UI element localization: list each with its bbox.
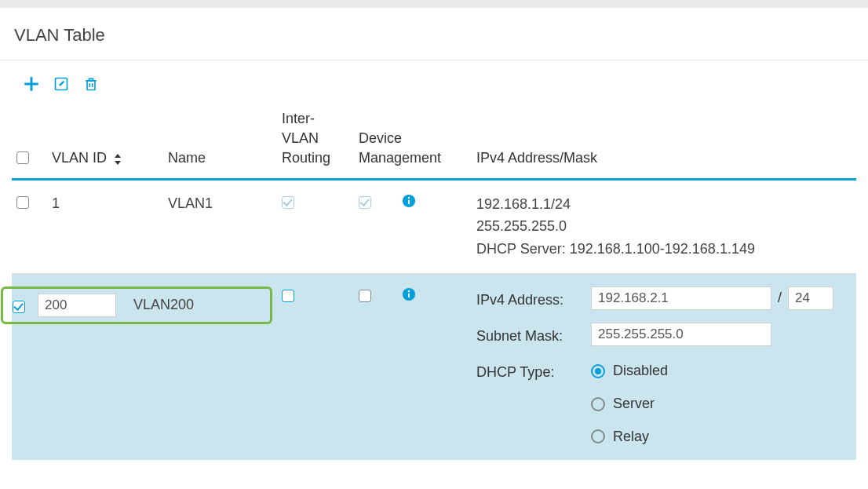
col-ipv4-label: IPv4 Address/Mask — [476, 150, 597, 166]
info-icon[interactable] — [402, 193, 416, 207]
svg-rect-9 — [408, 294, 410, 297]
inter-vlan-checkbox — [282, 196, 294, 209]
col-name-label: Name — [168, 150, 206, 166]
subnet-mask-label: Subnet Mask: — [476, 323, 586, 348]
subnet-mask-input[interactable] — [591, 323, 771, 346]
ipv4-address-input[interactable] — [591, 286, 771, 310]
svg-point-7 — [408, 196, 410, 198]
ipv4-mask-input[interactable] — [788, 286, 833, 310]
device-mgmt-checkbox — [359, 196, 371, 209]
dhcp-type-label: DHCP Type: — [476, 359, 586, 384]
mask-separator: / — [778, 287, 782, 309]
svg-rect-6 — [408, 199, 410, 203]
col-dm-label: Device Management — [359, 130, 441, 166]
page-title: VLAN Table — [0, 8, 868, 60]
info-icon[interactable] — [402, 286, 416, 301]
edit-icon[interactable] — [53, 76, 69, 92]
cell-vlan-id: 1 — [52, 195, 60, 211]
dhcp-radio-option[interactable]: Server — [591, 393, 852, 415]
dhcp-radio-option[interactable]: Disabled — [591, 360, 852, 382]
delete-icon[interactable] — [83, 76, 99, 92]
radio-label: Server — [613, 393, 655, 415]
add-icon[interactable] — [24, 76, 39, 92]
dhcp-radio-option[interactable]: Relay — [591, 426, 852, 448]
col-ivr-label: Inter- VLAN Routing — [282, 111, 330, 166]
edit-highlight: VLAN200 — [1, 286, 272, 324]
ipv4-address-label: IPv4 Address: — [476, 286, 586, 312]
col-vlan-id[interactable]: VLAN ID — [47, 98, 163, 179]
toolbar — [0, 60, 868, 98]
table-row: VLAN200 IPv4 Address: — [12, 273, 856, 460]
ipv4-line: 192.168.1.1/24 — [476, 193, 852, 216]
vlan-id-input[interactable] — [38, 294, 116, 317]
sort-icon — [114, 154, 122, 165]
ipv4-line: DHCP Server: 192.168.1.100-192.168.1.149 — [476, 238, 852, 261]
radio-icon[interactable] — [591, 364, 605, 378]
row-checkbox[interactable] — [16, 196, 29, 209]
vlan-table: VLAN ID Name Inter- VLAN Routing Device … — [12, 98, 856, 460]
table-row: 1 VLAN1 192.168.1.1/24 255.255.255.0 DHC… — [12, 179, 856, 273]
ipv4-edit-form: IPv4 Address: / Subnet Mask: DHCP Type: — [476, 286, 852, 447]
svg-point-10 — [408, 290, 410, 292]
device-mgmt-checkbox[interactable] — [359, 290, 371, 302]
radio-icon[interactable] — [591, 429, 605, 443]
ipv4-line: 255.255.255.0 — [476, 215, 852, 238]
cell-name: VLAN200 — [133, 294, 194, 316]
cell-name: VLAN1 — [168, 195, 213, 211]
radio-icon[interactable] — [591, 397, 605, 411]
col-vlan-id-label: VLAN ID — [52, 150, 107, 166]
ipv4-cell: 192.168.1.1/24 255.255.255.0 DHCP Server… — [472, 179, 856, 273]
dhcp-type-group: DisabledServerRelay — [591, 360, 852, 448]
row-checkbox[interactable] — [13, 301, 25, 313]
radio-label: Relay — [613, 426, 649, 448]
select-all-checkbox[interactable] — [16, 151, 29, 164]
radio-label: Disabled — [613, 360, 668, 382]
inter-vlan-checkbox[interactable] — [282, 290, 294, 302]
